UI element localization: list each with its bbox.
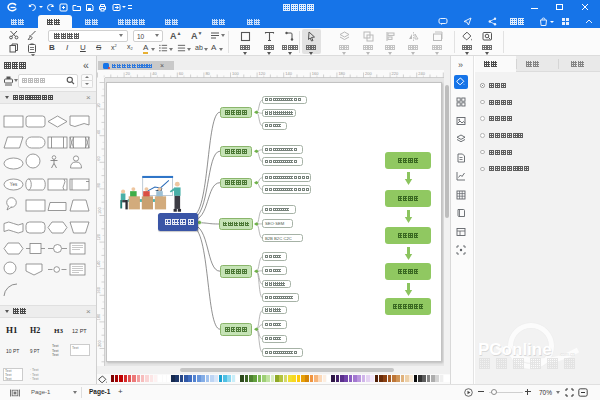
svg-text:200: 200 bbox=[97, 339, 102, 346]
svg-text:120: 120 bbox=[259, 71, 266, 76]
svg-text:20: 20 bbox=[126, 71, 131, 76]
svg-text:60: 60 bbox=[97, 155, 102, 160]
svg-text:240: 240 bbox=[418, 71, 425, 76]
svg-text:140: 140 bbox=[285, 71, 292, 76]
svg-text:200: 200 bbox=[365, 71, 372, 76]
svg-text:40: 40 bbox=[97, 128, 102, 133]
svg-text:60: 60 bbox=[179, 71, 184, 76]
svg-text:180: 180 bbox=[338, 71, 345, 76]
svg-text:160: 160 bbox=[312, 71, 319, 76]
svg-text:180: 180 bbox=[97, 312, 102, 319]
svg-text:40: 40 bbox=[152, 71, 157, 76]
svg-text:160: 160 bbox=[97, 286, 102, 293]
svg-text:80: 80 bbox=[97, 182, 102, 187]
svg-text:100: 100 bbox=[232, 71, 239, 76]
svg-text:120: 120 bbox=[97, 233, 102, 240]
svg-text:100: 100 bbox=[97, 206, 102, 213]
svg-text:Yes: Yes bbox=[10, 182, 18, 187]
svg-text:140: 140 bbox=[97, 259, 102, 266]
svg-text:220: 220 bbox=[392, 71, 399, 76]
svg-text:80: 80 bbox=[205, 71, 210, 76]
svg-text:20: 20 bbox=[97, 102, 102, 107]
